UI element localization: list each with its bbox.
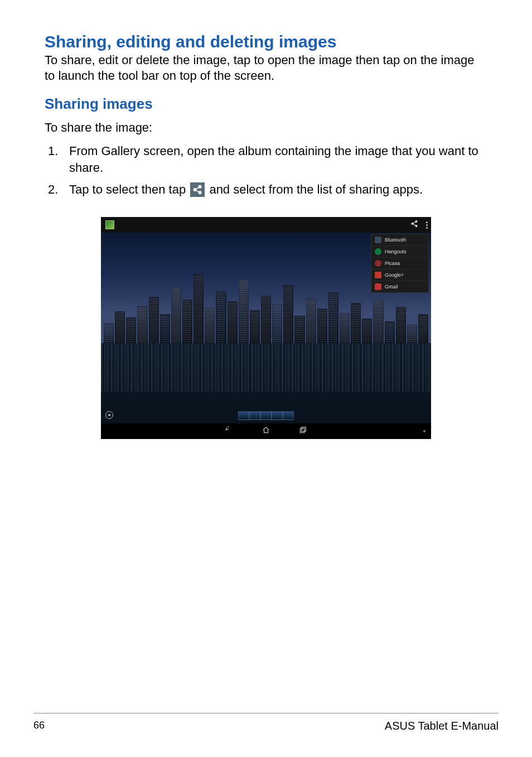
share-option-googleplus[interactable]: Google+ <box>371 269 428 281</box>
share-option-picasa[interactable]: Picasa <box>371 258 428 269</box>
share-option-label: Bluetooth <box>385 237 406 243</box>
page-number: 66 <box>33 720 45 731</box>
share-option-label: Google+ <box>385 272 404 278</box>
screenshot-topbar <box>101 217 431 233</box>
svg-point-1 <box>194 188 197 191</box>
thumbnail-strip[interactable] <box>238 411 294 420</box>
share-icon <box>190 182 205 197</box>
share-icon[interactable] <box>410 220 418 230</box>
nav-right-dot <box>423 430 425 432</box>
steps-list: 1. From Gallery screen, open the album c… <box>45 143 487 198</box>
screenshot-navbar <box>101 423 431 439</box>
bluetooth-icon <box>375 237 381 243</box>
googleplus-icon <box>375 272 381 278</box>
recents-icon[interactable] <box>299 426 307 436</box>
step-2: 2. Tap to select then tap and select fro… <box>48 181 487 198</box>
hangouts-icon <box>375 248 381 255</box>
share-option-gmail[interactable]: Gmail <box>371 281 428 292</box>
step-number: 2. <box>48 181 69 198</box>
svg-line-4 <box>196 190 199 192</box>
footer-divider <box>33 713 499 713</box>
gallery-screenshot: Bluetooth Hangouts Picasa Google+ Gmail <box>101 217 431 439</box>
step-text-after: and select from the list of sharing apps… <box>209 182 423 196</box>
manual-title: ASUS Tablet E-Manual <box>385 720 499 732</box>
share-option-bluetooth[interactable]: Bluetooth <box>371 234 428 246</box>
share-menu-panel: Bluetooth Hangouts Picasa Google+ Gmail <box>371 234 429 293</box>
picasa-icon <box>375 260 381 267</box>
svg-line-3 <box>196 187 199 189</box>
share-option-label: Gmail <box>385 284 398 290</box>
svg-rect-10 <box>300 428 304 433</box>
back-icon[interactable] <box>225 426 233 436</box>
share-option-label: Hangouts <box>385 249 407 254</box>
share-intro: To share the image: <box>45 120 487 135</box>
heading-main: Sharing, editing and deleting images <box>45 32 487 51</box>
svg-line-9 <box>413 224 416 226</box>
overflow-menu-icon[interactable] <box>426 221 428 229</box>
step-1: 1. From Gallery screen, open the album c… <box>48 143 487 176</box>
camera-icon[interactable] <box>105 411 113 419</box>
step-text: Tap to select then tap and select from t… <box>69 181 487 198</box>
gallery-app-icon[interactable] <box>105 220 114 229</box>
svg-line-8 <box>413 222 416 224</box>
step-text: From Gallery screen, open the album cont… <box>69 143 487 176</box>
intro-paragraph: To share, edit or delete the image, tap … <box>45 52 487 83</box>
gmail-icon <box>375 283 381 290</box>
home-icon[interactable] <box>262 426 270 436</box>
svg-point-0 <box>199 185 202 188</box>
heading-sharing: Sharing images <box>45 95 487 113</box>
share-option-hangouts[interactable]: Hangouts <box>371 246 428 258</box>
screenshot-body: Bluetooth Hangouts Picasa Google+ Gmail <box>101 233 431 423</box>
step-number: 1. <box>48 143 69 176</box>
svg-point-2 <box>199 191 202 194</box>
svg-rect-11 <box>302 427 306 432</box>
step-text-before: Tap to select then tap <box>69 182 189 196</box>
share-option-label: Picasa <box>385 261 400 266</box>
